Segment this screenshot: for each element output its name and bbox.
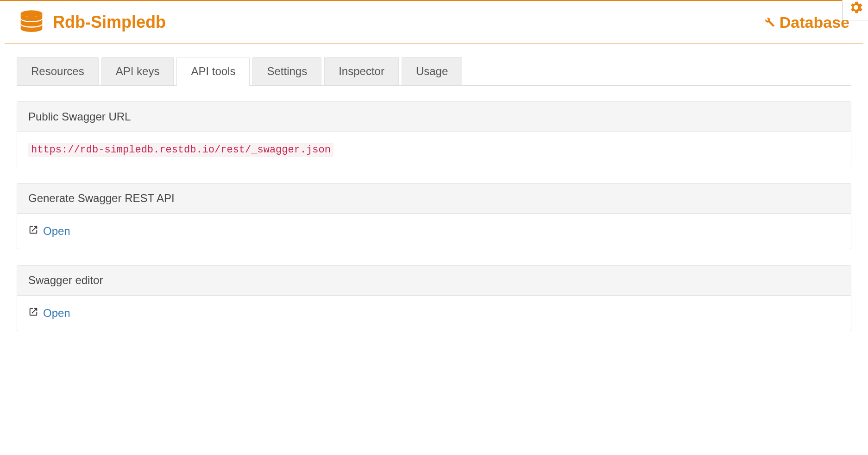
external-link-icon [28,307,38,320]
wrench-icon [761,13,775,32]
panel-public-swagger-url: Public Swagger URL https://rdb-simpledb.… [17,101,851,167]
generate-api-open-link[interactable]: Open [28,225,70,238]
panel-title-swagger-url: Public Swagger URL [17,102,851,132]
swagger-editor-open-label: Open [43,307,70,320]
page-header: Rdb-Simpledb Database [0,1,868,44]
database-link-label: Database [780,13,849,32]
tab-settings[interactable]: Settings [252,57,321,85]
tab-inspector[interactable]: Inspector [324,57,399,85]
tab-api-keys[interactable]: API keys [101,57,174,85]
settings-gear-button[interactable] [842,0,868,20]
panel-title-generate-api: Generate Swagger REST API [17,183,851,214]
swagger-editor-open-link[interactable]: Open [28,307,70,320]
panel-swagger-editor: Swagger editor Open [17,265,851,331]
panel-title-swagger-editor: Swagger editor [17,265,851,296]
tab-resources[interactable]: Resources [17,57,99,85]
gear-icon [848,0,864,18]
tab-bar: Resources API keys API tools Settings In… [17,57,851,86]
database-icon [19,9,44,35]
swagger-url-code[interactable]: https://rdb-simpledb.restdb.io/rest/_swa… [28,143,333,157]
svg-point-0 [21,10,43,17]
tab-usage[interactable]: Usage [402,57,462,85]
database-link[interactable]: Database [761,13,849,32]
panel-generate-swagger-api: Generate Swagger REST API Open [17,183,851,249]
page-title: Rdb-Simpledb [53,13,166,32]
generate-api-open-label: Open [43,225,70,238]
tab-api-tools[interactable]: API tools [176,57,250,86]
main-content: Resources API keys API tools Settings In… [0,44,868,344]
external-link-icon [28,225,38,238]
